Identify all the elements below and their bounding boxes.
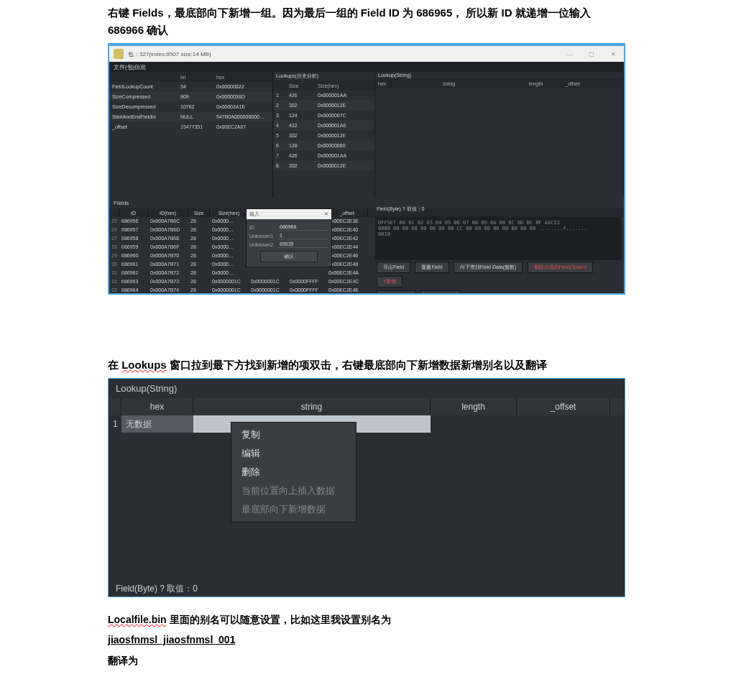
screenshot-1: 包：327(index:8507 size:14 MB) — ▢ ✕ 文件(包)… — [108, 43, 625, 295]
ctx-append-bottom[interactable]: 最底部向下新增数据 — [231, 500, 356, 519]
lookup-row[interactable]: 61280x00000080 — [273, 141, 374, 151]
window-title: 包：327(index:8507 size:14 MB) — [128, 50, 211, 58]
lookup-string-panel: Lookup(String) hex string length _offset — [375, 72, 624, 198]
screenshot-2: Lookup(String) hex string length _offset… — [108, 378, 625, 597]
dialog-close-icon[interactable]: ✕ — [324, 211, 328, 217]
info-row: FieldLookupCount340x00000022 — [109, 82, 272, 92]
ctx-edit[interactable]: 编辑 — [231, 444, 356, 463]
paragraph-1: 右键 Fields，最底部向下新增一组。因为最后一组的 Field ID 为 6… — [108, 4, 628, 39]
ctx-copy[interactable]: 复制 — [231, 425, 356, 444]
find-field-data-button[interactable]: 向下查找Field Data(整数) — [454, 262, 523, 273]
app-icon — [114, 49, 124, 59]
paragraph-3: Localfile.bin 里面的别名可以随意设置，比如这里我设置别名为 — [108, 612, 628, 627]
id-input[interactable]: 686966 — [278, 224, 328, 231]
hex-viewer: OFFSET 00 01 02 03 04 05 06 07 08 09 0A … — [375, 217, 621, 260]
close-icon[interactable]: ✕ — [602, 46, 624, 62]
lookup-row[interactable]: 74260x000001AA — [273, 151, 374, 161]
lookup-row[interactable]: 31240x0000007C — [273, 111, 374, 121]
delete-group-button[interactable]: 删除分组的Field(Token) — [528, 262, 594, 273]
lookup-row[interactable]: 53020x0000012E — [273, 131, 374, 141]
table-row[interactable]: 1 无数据 — [109, 415, 625, 433]
menu-bar: 文件(包)信息 — [109, 62, 624, 72]
paragraph-2: 在 Lookups 窗口拉到最下方找到新增的项双击，右键最底部向下新增数据新增别… — [108, 356, 628, 374]
footer-label: Field(Byte) ? 取值：0 — [116, 583, 198, 595]
unknown1-input[interactable]: 1 — [278, 232, 328, 239]
lookup-row[interactable]: 23020x0000012E — [273, 101, 374, 111]
info-row: StartAndEndFieldIdNULL547B0A000000000… — [109, 112, 272, 122]
panel-title: Lookup(String) — [109, 379, 625, 398]
context-menu: 复制 编辑 删除 当前位置向上插入数据 最底部向下新增数据 — [231, 422, 356, 522]
lookup-row[interactable]: 44220x000001A6 — [273, 121, 374, 131]
info-row: _offset154773510x00EC2A67 — [109, 122, 272, 132]
min-icon[interactable]: — — [559, 46, 581, 62]
overwrite-lookup-button[interactable]: 覆盖Lookup — [420, 290, 460, 295]
info-panel: int hex FieldLookupCount340x00000022Size… — [109, 72, 273, 198]
export-field-button[interactable]: 导出Field — [377, 262, 410, 273]
lookup-row[interactable]: 83020x0000012E — [273, 161, 374, 171]
input-dialog: 输入✕ ID686966 Unknown11 Unknown265535 确认 — [246, 208, 332, 267]
paragraph-5: 翻译为 — [108, 653, 628, 668]
ctx-delete[interactable]: 删除 — [231, 463, 356, 482]
add-button[interactable]: +新增 — [377, 276, 402, 287]
fieldbyte-label: Field(Byte) ? 取值：0 — [375, 204, 621, 214]
panel-header: hex string length _offset — [109, 398, 625, 415]
confirm-button[interactable]: 确认 — [260, 251, 318, 262]
lookups-panel: Lookups(历史分析) Size Size(hex) 14260x00000… — [273, 72, 375, 198]
paragraph-4: jiaosfnmsl_jiaosfnmsl_001 — [108, 632, 628, 648]
unknown2-input[interactable]: 65535 — [278, 241, 328, 248]
overwrite-field-button[interactable]: 覆盖Field — [415, 262, 448, 273]
info-row: SizeDecompressed107820x00002A1E — [109, 102, 272, 112]
lookup-row[interactable]: 14260x000001AA — [273, 91, 374, 101]
ctx-insert-above[interactable]: 当前位置向上插入数据 — [231, 482, 356, 500]
export-lookup-button[interactable]: 导出Lookup — [377, 290, 416, 295]
info-row: SizeCompressed9090x0000038D — [109, 92, 272, 102]
max-icon[interactable]: ▢ — [581, 46, 602, 62]
window-titlebar: 包：327(index:8507 size:14 MB) — ▢ ✕ — [109, 46, 624, 62]
